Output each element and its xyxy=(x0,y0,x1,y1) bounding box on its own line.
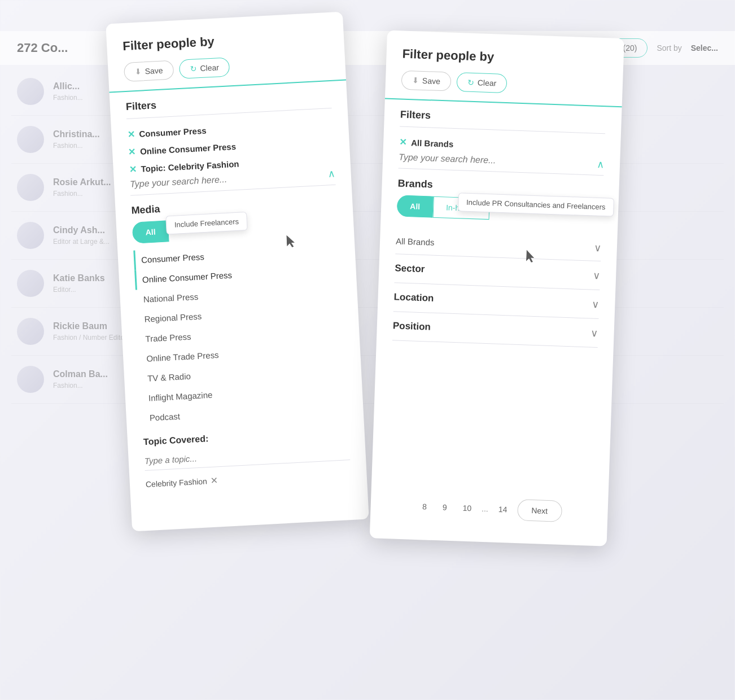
panel-right-actions: ⬇ Save ↻ Clear xyxy=(401,71,607,97)
panel-right-header: Filter people by ⬇ Save ↻ Clear xyxy=(385,30,624,108)
page-10[interactable]: 10 xyxy=(457,500,478,516)
filters-label-right: Filters xyxy=(400,109,606,134)
topic-tag: Celebrity Fashion ✕ xyxy=(145,473,218,492)
save-button-right[interactable]: ⬇ Save xyxy=(401,71,451,91)
clear-button-right[interactable]: ↻ Clear xyxy=(456,72,508,93)
filter-panel-right: Filter people by ⬇ Save ↻ Clear Filters … xyxy=(370,30,624,546)
chevron-down-sector: ∨ xyxy=(593,269,601,282)
toggle-group-left: All Include Freelancers xyxy=(132,212,338,244)
tag-remove-1[interactable]: ✕ xyxy=(128,146,136,158)
save-button-left[interactable]: ⬇ Save xyxy=(124,60,174,82)
refresh-icon-left: ↻ xyxy=(190,64,197,73)
filter-panel-left: Filter people by ⬇ Save ↻ Clear Filters … xyxy=(106,12,369,532)
panel-left-header: Filter people by ⬇ Save ↻ Clear xyxy=(106,12,346,93)
page-ellipsis: ... xyxy=(482,504,488,513)
chevron-up-right[interactable]: ∧ xyxy=(597,158,605,170)
chevron-down-position: ∨ xyxy=(590,327,598,339)
tag-remove-2[interactable]: ✕ xyxy=(129,164,137,175)
tooltip-left: Include Freelancers xyxy=(165,212,248,235)
page-9[interactable]: 9 xyxy=(436,499,453,515)
panel-left-body: Filters ✕ Consumer Press ✕ Online Consum… xyxy=(110,81,368,502)
panel-left-actions: ⬇ Save ↻ Clear xyxy=(124,52,330,82)
tag-remove-0[interactable]: ✕ xyxy=(127,129,135,140)
refresh-icon-right: ↻ xyxy=(467,78,475,87)
toggle-all-left[interactable]: All xyxy=(132,220,169,243)
toggle-group-right: All In-house Include PR Consultancies an… xyxy=(397,195,603,224)
chevron-down-location: ∨ xyxy=(592,298,600,310)
topic-tag-remove[interactable]: ✕ xyxy=(210,475,218,486)
page-14[interactable]: 14 xyxy=(492,501,513,518)
panel-right-body: Filters ✕ All Brands ∧ Brands All In-hou… xyxy=(376,99,622,357)
media-list: Consumer Press Online Consumer Press Nat… xyxy=(133,240,348,428)
next-button[interactable]: Next xyxy=(517,499,562,522)
page-8[interactable]: 8 xyxy=(417,498,433,515)
tag-remove-brands[interactable]: ✕ xyxy=(399,137,407,147)
panels-container: Filter people by ⬇ Save ↻ Clear Filters … xyxy=(0,0,735,700)
filters-label-left: Filters xyxy=(125,90,331,119)
toggle-all-right[interactable]: All xyxy=(397,195,434,217)
clear-button-left[interactable]: ↻ Clear xyxy=(179,57,230,79)
save-icon-right: ⬇ xyxy=(412,76,419,85)
pagination: 8 9 10 ... 14 Next xyxy=(370,483,608,535)
save-icon-left: ⬇ xyxy=(134,67,142,76)
chevron-up-left[interactable]: ∧ xyxy=(327,168,335,181)
chevron-down-brands: ∨ xyxy=(594,242,602,254)
panel-right-title: Filter people by xyxy=(402,47,608,69)
panel-left-title: Filter people by xyxy=(123,28,329,54)
